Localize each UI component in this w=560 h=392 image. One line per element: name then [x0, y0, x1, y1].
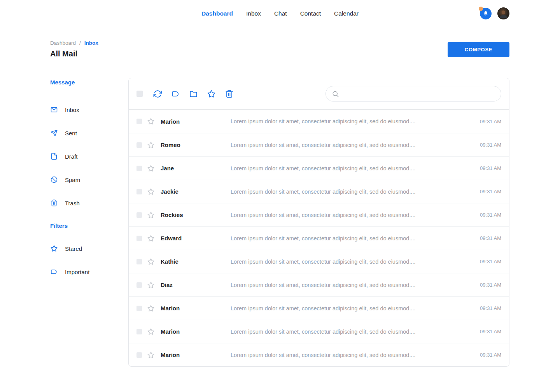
- row-checkbox[interactable]: [136, 189, 142, 194]
- mail-list-card: MarionLorem ipsum dolor sit amet, consec…: [128, 78, 509, 367]
- paper-plane-icon: [50, 129, 58, 137]
- mail-row[interactable]: KathieLorem ipsum dolor sit amet, consec…: [129, 250, 509, 273]
- user-avatar[interactable]: [497, 7, 509, 19]
- mail-row[interactable]: RomeoLorem ipsum dolor sit amet, consect…: [129, 133, 509, 156]
- mail-time: 09:31 AM: [480, 189, 501, 194]
- mail-time: 09:31 AM: [480, 282, 501, 288]
- mail-row[interactable]: DiazLorem ipsum dolor sit amet, consecte…: [129, 273, 509, 296]
- nav-inbox[interactable]: Inbox: [246, 10, 261, 17]
- row-checkbox[interactable]: [136, 166, 142, 171]
- row-checkbox[interactable]: [136, 282, 142, 288]
- row-star-icon[interactable]: [147, 328, 155, 336]
- label-button[interactable]: [171, 89, 180, 98]
- search-icon: [332, 90, 339, 98]
- nav-dashboard[interactable]: Dashboard: [201, 10, 233, 17]
- sidebar-item-spam[interactable]: Spam: [50, 168, 128, 191]
- mail-time: 09:31 AM: [480, 329, 501, 334]
- refresh-icon: [153, 89, 162, 98]
- mail-row[interactable]: EdwardLorem ipsum dolor sit amet, consec…: [129, 226, 509, 250]
- row-star-icon[interactable]: [147, 211, 155, 219]
- mail-time: 09:31 AM: [480, 165, 501, 171]
- trash-button[interactable]: [225, 89, 234, 98]
- mail-preview: Lorem ipsum dolor sit amet, consectetur …: [231, 118, 480, 124]
- sidebar-item-draft[interactable]: Draft: [50, 145, 128, 168]
- row-star-icon[interactable]: [147, 351, 155, 359]
- sender-name: Kathie: [161, 258, 231, 265]
- sidebar-item-label: Draft: [65, 153, 78, 160]
- row-star-icon[interactable]: [147, 141, 155, 149]
- refresh-button[interactable]: [153, 89, 162, 98]
- sidebar-item-trash[interactable]: Trash: [50, 191, 128, 215]
- folder-button[interactable]: [189, 89, 198, 98]
- block-icon: [50, 176, 58, 184]
- nav-contact[interactable]: Contact: [300, 10, 321, 17]
- row-checkbox[interactable]: [136, 306, 142, 311]
- row-checkbox[interactable]: [136, 236, 142, 241]
- page-title: All Mail: [50, 49, 509, 58]
- sidebar-item-stared[interactable]: Stared: [50, 237, 128, 260]
- row-star-icon[interactable]: [147, 164, 155, 172]
- sidebar-item-label: Stared: [65, 245, 82, 252]
- mail-preview: Lorem ipsum dolor sit amet, consectetur …: [231, 142, 480, 148]
- mail-time: 09:31 AM: [480, 352, 501, 358]
- sender-name: Marion: [161, 305, 231, 312]
- row-checkbox[interactable]: [136, 142, 142, 148]
- breadcrumb: Dashboard / Inbox: [50, 40, 509, 46]
- row-checkbox[interactable]: [136, 119, 142, 124]
- mail-time: 09:31 AM: [480, 119, 501, 124]
- sidebar-item-label: Sent: [65, 130, 77, 136]
- notification-bell-button[interactable]: [480, 8, 492, 19]
- header-actions: [480, 7, 509, 19]
- envelope-icon: [50, 106, 58, 114]
- row-star-icon[interactable]: [147, 117, 155, 125]
- breadcrumb-dashboard[interactable]: Dashboard: [50, 40, 76, 46]
- row-checkbox[interactable]: [136, 352, 142, 358]
- nav-calendar[interactable]: Calendar: [334, 10, 359, 17]
- sidebar-item-label: Inbox: [65, 107, 79, 113]
- sidebar-item-important[interactable]: Important: [50, 260, 128, 284]
- sidebar-item-sent[interactable]: Sent: [50, 121, 128, 145]
- mail-row[interactable]: MarionLorem ipsum dolor sit amet, consec…: [129, 296, 509, 320]
- sender-name: Romeo: [161, 142, 231, 148]
- toolbar-icons: [153, 89, 243, 98]
- mail-preview: Lorem ipsum dolor sit amet, consectetur …: [231, 329, 480, 335]
- sender-name: Marion: [161, 118, 231, 125]
- mail-row[interactable]: MarionLorem ipsum dolor sit amet, consec…: [129, 343, 509, 366]
- label-icon: [50, 268, 58, 276]
- row-star-icon[interactable]: [147, 304, 155, 312]
- sidebar-item-inbox[interactable]: Inbox: [50, 98, 128, 121]
- row-checkbox[interactable]: [136, 212, 142, 218]
- row-star-icon[interactable]: [147, 188, 155, 196]
- mail-preview: Lorem ipsum dolor sit amet, consectetur …: [231, 189, 480, 195]
- star-button[interactable]: [207, 89, 216, 98]
- mail-time: 09:31 AM: [480, 259, 501, 264]
- mail-row[interactable]: RockiesLorem ipsum dolor sit amet, conse…: [129, 203, 509, 226]
- row-checkbox[interactable]: [136, 329, 142, 334]
- sender-name: Jane: [161, 165, 231, 172]
- search-box: [326, 86, 501, 102]
- breadcrumb-inbox[interactable]: Inbox: [84, 40, 98, 46]
- nav-chat[interactable]: Chat: [274, 10, 287, 17]
- mail-row[interactable]: JaneLorem ipsum dolor sit amet, consecte…: [129, 156, 509, 180]
- avatar-photo-icon: [497, 7, 509, 19]
- sidebar: MessageInboxSentDraftSpamTrashFiltersSta…: [50, 78, 128, 284]
- row-star-icon[interactable]: [147, 234, 155, 242]
- mail-toolbar: [129, 78, 509, 110]
- search-input[interactable]: [343, 90, 495, 97]
- sidebar-section-title-filters: Filters: [50, 222, 128, 229]
- top-header: DashboardInboxChatContactCalendar: [0, 0, 560, 27]
- mail-row[interactable]: JackieLorem ipsum dolor sit amet, consec…: [129, 180, 509, 203]
- sidebar-item-label: Important: [65, 269, 89, 275]
- notification-dot: [479, 7, 483, 11]
- sidebar-item-label: Trash: [65, 200, 80, 206]
- compose-button[interactable]: COMPOSE: [448, 42, 509, 57]
- mail-preview: Lorem ipsum dolor sit amet, consectetur …: [231, 235, 480, 242]
- mail-time: 09:31 AM: [480, 212, 501, 218]
- mail-preview: Lorem ipsum dolor sit amet, consectetur …: [231, 165, 480, 172]
- row-star-icon[interactable]: [147, 281, 155, 289]
- mail-row[interactable]: MarionLorem ipsum dolor sit amet, consec…: [129, 320, 509, 343]
- mail-row[interactable]: MarionLorem ipsum dolor sit amet, consec…: [129, 110, 509, 133]
- row-star-icon[interactable]: [147, 258, 155, 266]
- select-all-checkbox[interactable]: [136, 91, 143, 97]
- row-checkbox[interactable]: [136, 259, 142, 264]
